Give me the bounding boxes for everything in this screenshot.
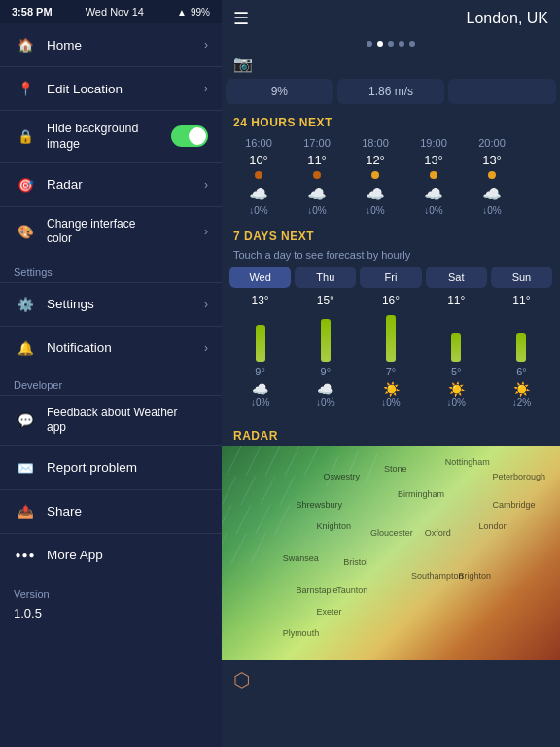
svg-line-15 [251, 534, 265, 563]
sidebar-item-hide-bg[interactable]: 🔒 Hide background image [0, 111, 222, 162]
stat-extra [448, 79, 556, 104]
sidebar-item-settings-label: Settings [47, 297, 94, 311]
day-button-fri[interactable]: Fri [360, 267, 421, 288]
chevron-right-icon: › [204, 38, 208, 52]
hour-precip: ↓0% [307, 205, 326, 216]
day-bar [256, 325, 265, 362]
svg-line-9 [222, 505, 231, 534]
day-precip: ↓0% [381, 397, 400, 408]
mail-icon: ✉️ [14, 456, 37, 480]
hour-item: 18:00 12° ☁️ ↓0% [346, 133, 404, 220]
day-button-sun[interactable]: Sun [491, 267, 552, 288]
location-title: London, UK [466, 10, 548, 27]
map-label: London [478, 521, 508, 531]
status-date: Wed Nov 14 [86, 6, 144, 18]
hour-label: 16:00 [245, 137, 272, 149]
hour-icon: ☁️ [249, 185, 268, 203]
sidebar-item-more-app[interactable]: ●●● More App [0, 534, 222, 577]
svg-line-11 [256, 505, 270, 534]
svg-line-6 [241, 476, 256, 505]
map-label: Oswestry [323, 472, 360, 481]
share-radar-icon[interactable]: ⬡ [233, 668, 250, 692]
sidebar-item-change-color[interactable]: 🎨 Change interface color › [0, 207, 222, 257]
day-precip: ↓0% [316, 397, 334, 408]
hours-row: 16:00 10° ☁️ ↓0% 17:00 11° ☁️ ↓0% 18:00 … [229, 133, 552, 220]
day-high: 15° [317, 294, 334, 307]
sidebar-item-hide-bg-label: Hide background image [47, 121, 154, 153]
map-label: Knighton [316, 521, 351, 531]
day-forecast-item: 15° 9° ☁️ ↓0% [295, 294, 356, 408]
sidebar-item-report[interactable]: ✉️ Report problem [0, 446, 222, 489]
day-button-wed[interactable]: Wed [229, 267, 291, 288]
hide-bg-toggle[interactable] [171, 125, 208, 147]
home-icon: 🏠 [14, 33, 37, 56]
map-label: Southampton [411, 571, 464, 581]
radar-title: RADAR [222, 419, 560, 446]
map-label: Nottingham [445, 457, 490, 467]
sidebar-item-settings[interactable]: ⚙️ Settings › [0, 283, 222, 326]
sidebar-item-home-label: Home [47, 38, 82, 53]
camera-icon: 📷 [233, 55, 253, 72]
day-bar-container [451, 313, 461, 362]
days-section: Touch a day to see forecast by hourly We… [222, 247, 560, 413]
radar-bottom: ⬡ [222, 660, 560, 699]
day-bar-container [256, 313, 265, 362]
days7-subtitle: Touch a day to see forecast by hourly [229, 247, 552, 267]
radar-icon: 🎯 [14, 173, 37, 196]
dot-5 [409, 41, 415, 47]
radar-map: OswestryStoneNottinghamPeterboroughShrew… [222, 446, 560, 660]
sidebar-item-share[interactable]: 📤 Share [0, 490, 222, 533]
map-label: Birmingham [398, 489, 444, 499]
hours-container: 16:00 10° ☁️ ↓0% 17:00 11° ☁️ ↓0% 18:00 … [222, 133, 560, 220]
sidebar-item-edit-location[interactable]: 📍 Edit Location › [0, 67, 222, 110]
svg-line-12 [275, 505, 290, 534]
dot-2 [377, 41, 383, 47]
settings-section-label: Settings [0, 257, 222, 282]
svg-line-4 [304, 446, 319, 476]
hour-icon: ☁️ [424, 185, 443, 203]
map-label: Peterborough [492, 472, 545, 481]
status-bar: 3:58 PM Wed Nov 14 ▲ 99% [0, 0, 222, 23]
day-forecast-item: 13° 9° ☁️ ↓0% [229, 294, 291, 408]
hour-precip: ↓0% [482, 205, 501, 216]
day-precip: ↓0% [446, 397, 465, 408]
hamburger-icon[interactable]: ☰ [233, 8, 249, 29]
day-low: 6° [516, 366, 527, 377]
day-button-thu[interactable]: Thu [295, 267, 356, 288]
chevron-right-icon: › [204, 178, 208, 192]
page-dots [222, 37, 560, 51]
palette-icon: 🎨 [14, 220, 37, 243]
day-bar-container [321, 313, 331, 362]
status-time: 3:58 PM [12, 6, 52, 18]
map-label: Stone [384, 464, 407, 474]
radar-section: RADAR [222, 413, 560, 705]
more-icon: ●●● [14, 544, 37, 567]
day-high: 11° [447, 294, 465, 307]
day-forecast-item: 11° 6° ☀️ ↓2% [491, 294, 552, 408]
day-button-sat[interactable]: Sat [426, 267, 487, 288]
svg-line-2 [265, 446, 280, 476]
chevron-right-icon: › [204, 298, 208, 311]
map-label: Gloucester [370, 528, 413, 538]
sidebar-item-notification[interactable]: 🔔 Notification › [0, 327, 222, 370]
sidebar-item-report-label: Report problem [47, 460, 137, 475]
sidebar-item-change-color-label: Change interface color [47, 217, 163, 247]
day-high: 13° [252, 294, 269, 307]
sidebar-item-feedback-label: Feedback about Weather app [47, 406, 183, 436]
sidebar-item-home[interactable]: 🏠 Home › [0, 23, 222, 66]
day-precip: ↓2% [512, 397, 531, 408]
hour-temp: 10° [249, 153, 268, 167]
hour-item: 19:00 13° ☁️ ↓0% [404, 133, 463, 220]
svg-line-1 [246, 446, 261, 476]
sidebar-item-feedback[interactable]: 💬 Feedback about Weather app [0, 396, 222, 445]
stat-humidity-value: 9% [271, 85, 288, 98]
dot-3 [388, 41, 394, 47]
temp-dot [371, 171, 379, 179]
version-number: 1.0.5 [0, 604, 222, 630]
sidebar-item-radar[interactable]: 🎯 Radar › [0, 163, 222, 206]
hour-temp: 11° [307, 153, 327, 167]
hour-label: 17:00 [303, 137, 331, 149]
day-icon: ☁️ [317, 381, 333, 397]
day-low: 5° [451, 366, 462, 377]
hour-precip: ↓0% [366, 205, 384, 216]
